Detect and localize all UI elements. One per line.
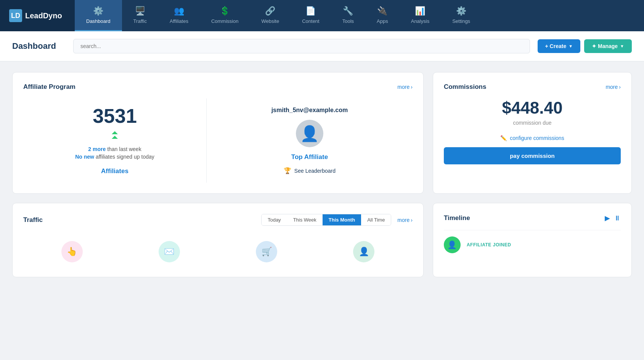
traffic-more-label: more: [397, 217, 410, 223]
commissions-card: Commissions more › $448.40 commission du…: [433, 72, 632, 194]
analysis-icon: 📊: [415, 6, 425, 16]
timeline-controls: ▶ ⏸: [605, 214, 621, 222]
timeline-card-header: Timeline ▶ ⏸: [444, 214, 621, 222]
configure-label: configure commissions: [510, 135, 564, 141]
tab-this-week[interactable]: This Week: [287, 214, 323, 225]
signup-icon-circle: 👤: [353, 241, 374, 262]
top-affiliate-section: jsmith_5nv@example.com 👤 Top Affiliate 🏆…: [207, 98, 413, 183]
affiliate-card-title: Affiliate Program: [23, 83, 75, 91]
traffic-purchases: 🛒: [256, 241, 277, 262]
nav-label-commission: Commission: [211, 18, 239, 24]
header-actions: + Create ▼ ✦ Manage ▼: [538, 39, 632, 53]
affiliate-card-header: Affiliate Program more ›: [23, 83, 413, 91]
tab-today[interactable]: Today: [262, 214, 287, 225]
nav-label-settings: Settings: [452, 18, 470, 24]
timeline-avatar: 👤: [444, 236, 461, 253]
traffic-email: ✉️: [159, 241, 180, 262]
timeline-event-info: AFFILIATE JOINED: [467, 242, 511, 248]
timeline-item: 👤 AFFILIATE JOINED: [444, 230, 621, 259]
search-input[interactable]: [73, 39, 530, 53]
commission-amount: $448.40: [444, 98, 621, 117]
cart-icon: 🛒: [262, 247, 272, 257]
tools-icon: 🔧: [343, 6, 353, 16]
nav-label-affiliates: Affiliates: [170, 18, 188, 24]
affiliate-more-link[interactable]: more ›: [397, 84, 413, 90]
user-icon: 👤: [300, 125, 319, 143]
timeline-pause-button[interactable]: ⏸: [614, 214, 621, 222]
nav-label-analysis: Analysis: [411, 18, 429, 24]
nav-item-traffic[interactable]: 🖥️ Traffic: [122, 0, 158, 31]
manage-label: ✦ Manage: [592, 43, 618, 49]
tab-all-time[interactable]: All Time: [361, 214, 391, 225]
nav-label-apps: Apps: [377, 18, 388, 24]
traffic-icons-row: 👆 ✉️ 🛒 👤: [23, 233, 413, 266]
nav-item-apps[interactable]: 🔌 Apps: [365, 0, 400, 31]
settings-icon: ⚙️: [456, 6, 466, 16]
configure-link[interactable]: ✏️ configure commissions: [444, 135, 621, 141]
commission-icon: 💲: [220, 6, 230, 16]
website-icon: 🔗: [265, 6, 275, 16]
cart-icon-circle: 🛒: [256, 241, 277, 262]
traffic-card: Traffic Today This Week This Month All T…: [12, 203, 424, 277]
affiliates-link[interactable]: Affiliates: [101, 167, 128, 175]
tab-this-month[interactable]: This Month: [323, 214, 361, 225]
leaderboard-label: See Leaderboard: [294, 168, 336, 174]
commissions-more-chevron-icon: ›: [619, 84, 621, 90]
traffic-more-chevron-icon: ›: [411, 217, 413, 223]
create-button[interactable]: + Create ▼: [538, 39, 581, 53]
traffic-signups: 👤: [353, 241, 374, 262]
timeline-play-button[interactable]: ▶: [605, 214, 610, 222]
create-label: + Create: [545, 43, 567, 49]
nav-item-affiliates[interactable]: 👥 Affiliates: [158, 0, 200, 31]
traffic-icon: 🖥️: [135, 6, 145, 16]
nav-item-commission[interactable]: 💲 Commission: [200, 0, 250, 31]
leaderboard-link[interactable]: 🏆 See Leaderboard: [284, 167, 336, 174]
timeline-event-label: AFFILIATE JOINED: [467, 242, 511, 248]
nav-item-analysis[interactable]: 📊 Analysis: [400, 0, 441, 31]
nav-item-content[interactable]: 📄 Content: [291, 0, 331, 31]
edit-icon: ✏️: [500, 135, 507, 141]
top-cards-row: Affiliate Program more › 3531: [12, 72, 632, 194]
nav-item-website[interactable]: 🔗 Website: [250, 0, 291, 31]
email-icon: ✉️: [164, 247, 174, 257]
nav-label-tools: Tools: [342, 18, 354, 24]
nav-label-content: Content: [302, 18, 320, 24]
nav-label-traffic: Traffic: [133, 18, 147, 24]
nav-items: ⚙️ Dashboard 🖥️ Traffic 👥 Affiliates 💲 C…: [75, 0, 644, 31]
affiliate-body: 3531 2 more than last week No new affili…: [23, 98, 413, 183]
page-header: Dashboard + Create ▼ ✦ Manage ▼: [0, 31, 644, 61]
affiliate-today-text: No new affiliates signed up today: [75, 154, 154, 160]
nav-item-settings[interactable]: ⚙️ Settings: [441, 0, 482, 31]
nav-item-tools[interactable]: 🔧 Tools: [331, 0, 365, 31]
affiliate-stats: 3531 2 more than last week No new affili…: [23, 98, 207, 183]
pay-commission-button[interactable]: pay commission: [444, 147, 621, 164]
commissions-card-header: Commissions more ›: [444, 83, 621, 91]
traffic-card-title: Traffic: [23, 216, 43, 224]
brand-name: LeadDyno: [25, 11, 62, 20]
timeline-user-icon: 👤: [447, 240, 457, 249]
traffic-card-header: Traffic Today This Week This Month All T…: [23, 214, 413, 226]
top-affiliate-label: Top Affiliate: [291, 153, 328, 161]
top-affiliate-email: jsmith_5nv@example.com: [271, 107, 348, 114]
visitors-icon-circle: 👆: [61, 241, 83, 262]
email-icon-circle: ✉️: [159, 241, 180, 262]
affiliate-count: 3531: [93, 106, 137, 126]
nav-item-dashboard[interactable]: ⚙️ Dashboard: [75, 0, 122, 31]
manage-button[interactable]: ✦ Manage ▼: [584, 39, 632, 53]
commissions-more-link[interactable]: more ›: [605, 84, 621, 90]
dashboard-icon: ⚙️: [93, 6, 103, 16]
bottom-cards-row: Traffic Today This Week This Month All T…: [12, 203, 632, 277]
person-add-icon: 👤: [359, 247, 369, 257]
nav-label-website: Website: [261, 18, 279, 24]
main-content: Affiliate Program more › 3531: [0, 61, 644, 288]
change-highlight: 2 more: [88, 146, 106, 152]
affiliate-change-text: 2 more than last week: [88, 146, 141, 152]
affiliate-program-card: Affiliate Program more › 3531: [12, 72, 424, 194]
page-title: Dashboard: [12, 41, 66, 51]
commissions-card-title: Commissions: [444, 83, 486, 91]
manage-arrow-icon: ▼: [620, 44, 624, 48]
content-icon: 📄: [305, 6, 316, 16]
traffic-more-link[interactable]: more ›: [397, 217, 413, 223]
timeline-card-title: Timeline: [444, 214, 470, 222]
brand-icon: LD: [9, 9, 22, 22]
